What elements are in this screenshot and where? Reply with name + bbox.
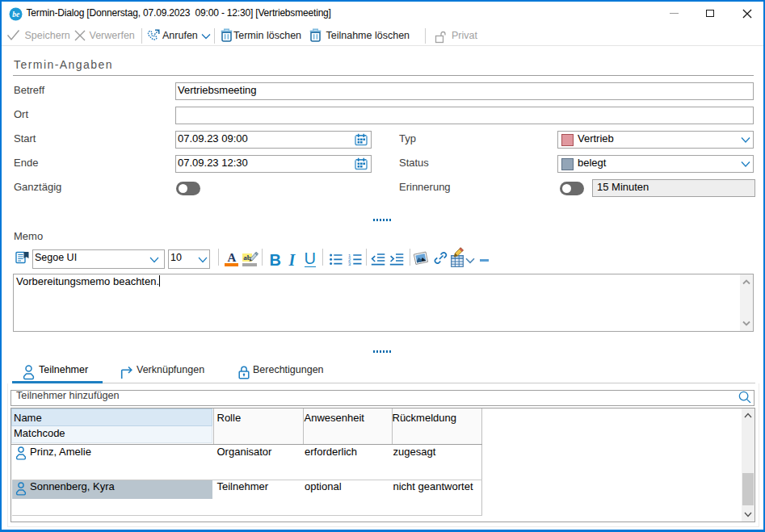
svg-text:be: be xyxy=(12,10,20,19)
svg-text:3: 3 xyxy=(348,262,351,266)
